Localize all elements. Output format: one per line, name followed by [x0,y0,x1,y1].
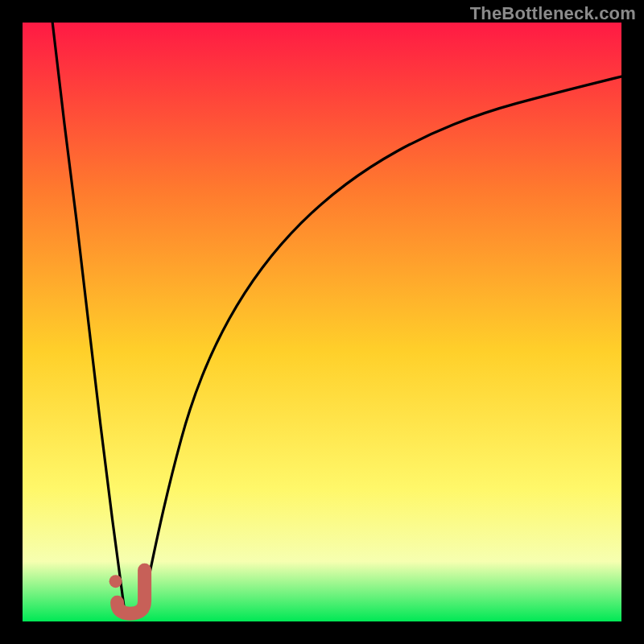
watermark-text: TheBottleneck.com [470,3,636,24]
plot-area [23,23,621,621]
chart-svg [23,23,621,621]
outer-frame: TheBottleneck.com [0,0,644,644]
svg-point-0 [109,575,122,588]
gradient-background [23,23,621,621]
